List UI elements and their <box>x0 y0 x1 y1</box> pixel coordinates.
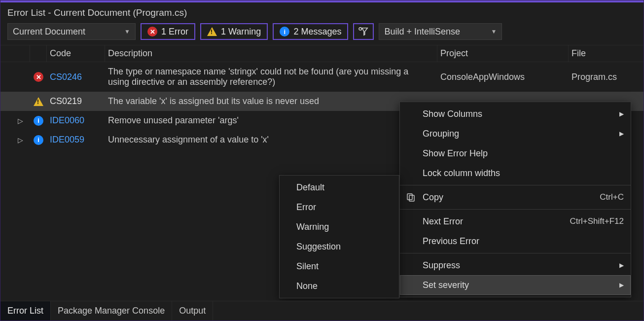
filter-button[interactable] <box>353 23 374 40</box>
project-cell: ConsoleAppWindows <box>437 70 569 85</box>
errors-filter-label: 1 Error <box>161 27 188 37</box>
column-header-expand[interactable] <box>0 45 30 62</box>
toolbar: Current Document ▼ ✕ 1 Error 1 Warning i… <box>0 21 644 45</box>
menu-show-error-help[interactable]: Show Error Help <box>400 143 631 163</box>
severity-default-label: Default <box>296 182 324 193</box>
chevron-down-icon: ▼ <box>491 28 497 35</box>
menu-set-severity[interactable]: Set severity ▶ <box>400 275 631 295</box>
code-cell: CS0219 <box>47 94 105 109</box>
description-cell: Unnecessary assignment of a value to 'x' <box>105 132 437 147</box>
column-header-description[interactable]: Description <box>105 45 437 62</box>
menu-next-error-label: Next Error <box>423 216 463 227</box>
column-header-severity[interactable] <box>30 45 47 62</box>
errors-filter-button[interactable]: ✕ 1 Error <box>141 23 195 40</box>
info-icon: i <box>34 116 43 126</box>
severity-submenu: Default Error Warning Suggestion Silent … <box>279 175 399 298</box>
severity-suggestion[interactable]: Suggestion <box>280 237 399 256</box>
menu-copy-shortcut: Ctrl+C <box>600 192 624 202</box>
severity-icon-cell <box>30 95 47 108</box>
warnings-filter-label: 1 Warning <box>221 27 261 37</box>
description-cell: Remove unused parameter 'args' <box>105 113 437 128</box>
code-cell: CS0246 <box>47 70 105 85</box>
file-cell: Program.cs <box>569 70 644 85</box>
severity-error[interactable]: Error <box>280 197 399 217</box>
severity-silent-label: Silent <box>296 261 319 272</box>
warning-icon <box>207 27 217 36</box>
menu-copy-label: Copy <box>423 192 443 203</box>
severity-none-label: None <box>296 281 318 291</box>
severity-error-label: Error <box>296 202 316 213</box>
tab-output[interactable]: Output <box>172 301 213 321</box>
code-cell: IDE0059 <box>47 132 105 147</box>
chevron-right-icon: ▶ <box>619 282 624 288</box>
description-cell: The variable 'x' is assigned but its val… <box>105 94 437 109</box>
chevron-right-icon: ▶ <box>619 130 624 137</box>
description-cell: The type or namespace name 'stringx' cou… <box>105 64 437 90</box>
column-header-project[interactable]: Project <box>437 45 569 62</box>
filter-icon <box>358 27 369 36</box>
expand-toggle[interactable]: ▷ <box>0 114 30 127</box>
severity-warning[interactable]: Warning <box>280 217 399 237</box>
code-cell: IDE0060 <box>47 113 105 128</box>
chevron-down-icon: ▼ <box>124 28 130 35</box>
severity-silent[interactable]: Silent <box>280 256 399 276</box>
column-header-code[interactable]: Code <box>47 45 105 62</box>
svg-rect-2 <box>409 195 414 201</box>
expand-toggle <box>0 74 30 79</box>
menu-lock-column-widths-label: Lock column widths <box>423 168 500 178</box>
menu-separator <box>400 185 631 185</box>
severity-warning-label: Warning <box>296 222 329 232</box>
severity-none[interactable]: None <box>280 276 399 296</box>
window-grip-row[interactable] <box>0 2 644 6</box>
svg-point-0 <box>359 28 361 30</box>
messages-filter-label: 2 Messages <box>293 27 341 37</box>
menu-show-columns-label: Show Columns <box>423 109 482 119</box>
tab-pmc-label: Package Manager Console <box>58 306 165 316</box>
column-header-file[interactable]: File <box>569 45 644 62</box>
source-dropdown-label: Build + IntelliSense <box>384 27 460 37</box>
menu-lock-column-widths[interactable]: Lock column widths <box>400 163 631 183</box>
bottom-tabs: Error List Package Manager Console Outpu… <box>0 301 644 321</box>
scope-dropdown[interactable]: Current Document ▼ <box>7 23 136 40</box>
info-icon: i <box>34 135 43 145</box>
menu-copy[interactable]: Copy Ctrl+C <box>400 187 631 207</box>
menu-previous-error-label: Previous Error <box>423 236 479 247</box>
severity-default[interactable]: Default <box>280 178 399 197</box>
error-icon: ✕ <box>34 72 43 82</box>
warning-icon <box>34 97 43 106</box>
menu-grouping[interactable]: Grouping ▶ <box>400 124 631 143</box>
tab-error-list[interactable]: Error List <box>0 301 51 321</box>
menu-suppress-label: Suppress <box>423 260 460 271</box>
expand-toggle <box>0 99 30 104</box>
severity-icon-cell: i <box>30 113 47 128</box>
severity-icon-cell: ✕ <box>30 70 47 84</box>
menu-grouping-label: Grouping <box>423 129 459 139</box>
context-menu: Show Columns ▶ Grouping ▶ Show Error Hel… <box>399 102 631 297</box>
copy-icon <box>406 192 416 202</box>
error-icon: ✕ <box>147 27 157 36</box>
tab-package-manager-console[interactable]: Package Manager Console <box>51 301 172 321</box>
panel-title: Error List - Current Document (Program.c… <box>0 6 644 21</box>
column-headers: Code Description Project File <box>0 45 644 62</box>
tab-output-label: Output <box>179 306 206 316</box>
menu-next-error[interactable]: Next Error Ctrl+Shift+F12 <box>400 212 631 231</box>
menu-next-error-shortcut: Ctrl+Shift+F12 <box>570 216 624 226</box>
severity-icon-cell: i <box>30 133 47 147</box>
warnings-filter-button[interactable]: 1 Warning <box>200 23 268 40</box>
menu-previous-error[interactable]: Previous Error <box>400 231 631 251</box>
menu-suppress[interactable]: Suppress ▶ <box>400 255 631 275</box>
table-row[interactable]: ✕CS0246The type or namespace name 'strin… <box>0 62 644 92</box>
menu-set-severity-label: Set severity <box>423 280 469 290</box>
expand-toggle[interactable]: ▷ <box>0 134 30 146</box>
scope-dropdown-label: Current Document <box>13 27 85 37</box>
menu-show-columns[interactable]: Show Columns ▶ <box>400 104 631 124</box>
chevron-right-icon: ▶ <box>619 262 624 269</box>
tab-error-list-label: Error List <box>7 306 43 316</box>
menu-separator <box>400 253 631 253</box>
messages-filter-button[interactable]: i 2 Messages <box>273 23 348 40</box>
info-icon: i <box>280 27 289 36</box>
svg-rect-1 <box>407 194 412 200</box>
menu-show-error-help-label: Show Error Help <box>423 148 488 159</box>
menu-separator <box>400 209 631 210</box>
source-dropdown[interactable]: Build + IntelliSense ▼ <box>379 23 502 40</box>
